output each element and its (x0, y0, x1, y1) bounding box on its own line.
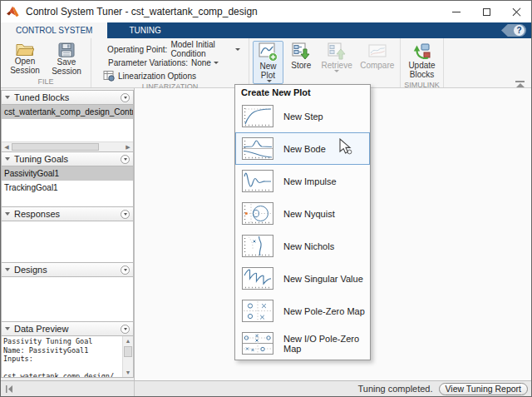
statusbar-left (1, 381, 135, 396)
scrollbar-thumb[interactable] (12, 143, 99, 151)
linearization-options-button[interactable]: Linearization Options (103, 69, 240, 82)
bode-plot-icon (242, 137, 273, 160)
statusbar: Tuning completed. View Tuning Report (1, 380, 531, 396)
create-new-plot-menu: Create New Plot New Step (234, 84, 371, 360)
panel-menu-button[interactable] (121, 155, 130, 164)
panel-menu-button[interactable] (121, 210, 130, 219)
panel-menu-button[interactable] (121, 325, 130, 334)
collapse-panel-icon (5, 212, 10, 216)
scrollbar-thumb[interactable] (124, 346, 132, 357)
list-item[interactable]: TrackingGoal1 (2, 181, 133, 195)
save-disk-icon (58, 42, 75, 57)
collapse-toolstrip-icon (515, 81, 525, 82)
maximize-icon (483, 8, 490, 16)
section-linearization: Operating Point: Model Initial Condition… (91, 38, 249, 87)
pole-zero-plot-icon (242, 300, 273, 322)
store-button[interactable]: Store (287, 41, 316, 72)
panel-title: Tuned Blocks (14, 92, 69, 102)
scroll-up-icon[interactable]: ▲ (123, 336, 133, 345)
nichols-plot-icon (242, 235, 273, 257)
menu-item-new-io-pole-zero-map[interactable]: New I/O Pole-Zero Map (235, 327, 370, 360)
statusbar-right: Tuning completed. View Tuning Report (135, 383, 531, 395)
scroll-left-icon[interactable]: ◀ (2, 142, 12, 151)
tab-tuning[interactable]: TUNING (107, 22, 182, 38)
view-tuning-report-button[interactable]: View Tuning Report (439, 383, 528, 395)
designs-list[interactable] (1, 277, 134, 322)
new-plot-button[interactable]: New Plot (253, 41, 283, 84)
tuning-goals-list[interactable]: PassivityGoal1 TrackingGoal1 (1, 166, 134, 207)
scroll-down-icon[interactable]: ▼ (123, 368, 133, 377)
compare-icon (368, 42, 387, 61)
update-blocks-label: Update Blocks (405, 61, 439, 79)
panel-title: Tuning Goals (14, 154, 68, 164)
section-simulink: Update Blocks SIMULINK (401, 38, 444, 87)
chevron-down-icon (214, 62, 219, 64)
close-button[interactable] (501, 1, 531, 22)
status-message: Tuning completed. (357, 384, 432, 394)
close-icon (512, 7, 521, 17)
tuned-blocks-list[interactable]: cst_watertank_comp_design_Controller ◀ ▶ (1, 105, 134, 152)
list-item[interactable]: cst_watertank_comp_design_Controller (2, 105, 133, 119)
sidebar: Tuned Blocks cst_watertank_comp_design_C… (1, 88, 135, 380)
retrieve-button[interactable]: Retrieve (319, 41, 355, 74)
menu-item-new-impulse[interactable]: New Impulse (235, 165, 370, 197)
panel-header-tuning-goals[interactable]: Tuning Goals (1, 151, 134, 166)
panel-menu-button[interactable] (121, 93, 130, 102)
scroll-right-icon[interactable]: ▶ (123, 142, 133, 151)
responses-list[interactable] (1, 221, 134, 263)
ribbon-tabstrip: CONTROL SYSTEM TUNING ? (1, 22, 531, 38)
menu-item-new-step[interactable]: New Step (235, 100, 370, 132)
panel-menu-button[interactable] (121, 265, 130, 275)
minimize-icon (452, 12, 461, 12)
linearization-options-label: Linearization Options (118, 72, 196, 81)
menu-item-new-singular-value[interactable]: New Singular Value (235, 262, 370, 295)
section-plots: New Plot Store (249, 38, 401, 87)
minimize-button[interactable] (441, 1, 471, 22)
impulse-plot-icon (242, 170, 273, 192)
menu-item-new-pole-zero-map[interactable]: New Pole-Zero Map (235, 295, 370, 327)
menu-item-new-nichols[interactable]: New Nichols (235, 230, 370, 262)
chevron-down-icon (334, 70, 339, 72)
help-button[interactable]: ? (501, 24, 526, 37)
horizontal-scrollbar[interactable]: ◀ ▶ (2, 141, 133, 151)
save-session-label: Save Session (47, 57, 86, 76)
save-session-button[interactable]: Save Session (46, 41, 87, 77)
chevron-down-icon (235, 48, 240, 51)
help-icon: ? (514, 25, 525, 36)
compare-label: Compare (360, 61, 394, 70)
new-plot-label: New Plot (254, 62, 283, 80)
panel-header-tuned-blocks[interactable]: Tuned Blocks (1, 90, 134, 105)
menu-item-new-nyquist[interactable]: New Nyquist (235, 197, 370, 230)
toolstrip: Open Session Save Session FILE (1, 38, 531, 88)
open-folder-icon (16, 42, 34, 57)
compare-button[interactable]: Compare (357, 41, 397, 72)
singular-value-plot-icon (242, 267, 273, 290)
matlab-logo-icon (7, 6, 19, 17)
operating-point-label: Operating Point: (103, 45, 167, 54)
panel-title: Designs (14, 265, 47, 275)
panel-title: Data Preview (14, 324, 68, 334)
open-session-button[interactable]: Open Session (4, 41, 46, 77)
data-preview-text: Passivity Tuning Goal Name: PassivityGoa… (2, 336, 122, 377)
control-system-tuner-window: Control System Tuner - cst_watertank_com… (0, 0, 532, 397)
panel-header-data-preview[interactable]: Data Preview (1, 321, 134, 336)
dock-left-icon[interactable] (5, 385, 13, 393)
collapse-panel-icon (5, 327, 10, 330)
retrieve-label: Retrieve (321, 61, 352, 70)
data-preview-panel: Passivity Tuning Goal Name: PassivityGoa… (1, 336, 134, 378)
update-blocks-button[interactable]: Update Blocks (404, 41, 440, 81)
section-label-file: FILE (1, 77, 91, 87)
collapse-toolstrip-button[interactable] (515, 81, 525, 87)
list-item[interactable]: PassivityGoal1 (2, 166, 133, 181)
parameter-variations-label: Parameter Variations: (103, 58, 188, 67)
operating-point-control[interactable]: Operating Point: Model Initial Condition (103, 42, 240, 56)
collapse-panel-icon (5, 268, 10, 271)
open-session-label: Open Session (5, 57, 45, 75)
maximize-button[interactable] (471, 1, 501, 22)
panel-header-designs[interactable]: Designs (1, 262, 134, 277)
operating-point-value: Model Initial Condition (170, 40, 233, 58)
vertical-scrollbar[interactable]: ▲ ▼ (122, 336, 133, 377)
collapse-panel-icon (5, 157, 10, 161)
tab-control-system[interactable]: CONTROL SYSTEM (1, 22, 107, 38)
panel-header-responses[interactable]: Responses (1, 206, 134, 221)
